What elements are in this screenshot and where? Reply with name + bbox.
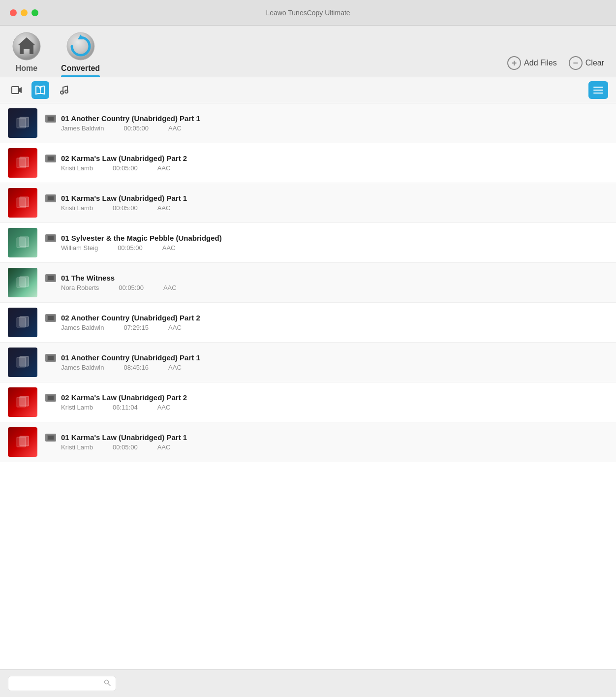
book-icon	[35, 85, 46, 95]
track-item[interactable]: 02 Karma's Law (Unabridged) Part 2 Krist…	[0, 143, 616, 183]
filter-music-button[interactable]	[55, 81, 73, 99]
track-format: AAC	[157, 444, 171, 451]
track-meta: Kristi Lamb 00:05:00 AAC	[45, 444, 608, 451]
clear-button[interactable]: − Clear	[569, 56, 604, 70]
track-info: 02 Karma's Law (Unabridged) Part 2 Krist…	[45, 393, 608, 411]
track-title: 01 Karma's Law (Unabridged) Part 1	[61, 433, 187, 442]
track-meta: Kristi Lamb 06:11:04 AAC	[45, 404, 608, 411]
search-bar	[0, 669, 616, 697]
nav-tabs: Home	[12, 32, 100, 77]
track-duration: 00:05:00	[123, 125, 149, 132]
svg-rect-18	[20, 197, 29, 207]
converted-tab-label: Converted	[61, 64, 100, 73]
svg-rect-10	[20, 117, 29, 127]
track-meta: Kristi Lamb 00:05:00 AAC	[45, 204, 608, 212]
track-thumb-art	[8, 387, 37, 417]
track-meta: James Baldwin 08:45:16 AAC	[45, 364, 608, 371]
svg-point-45	[105, 680, 109, 684]
track-meta: Kristi Lamb 00:05:00 AAC	[45, 164, 608, 172]
clear-icon: −	[569, 56, 583, 70]
add-files-icon: +	[507, 56, 521, 70]
track-thumbnail	[8, 148, 37, 178]
filter-video-button[interactable]	[8, 81, 26, 99]
home-tab-label: Home	[16, 64, 37, 73]
svg-rect-28	[48, 276, 54, 280]
minimize-button[interactable]	[21, 9, 28, 16]
home-tab-icon	[12, 32, 41, 61]
track-title-row: 02 Another Country (Unabridged) Part 2	[45, 314, 608, 322]
track-artist: Kristi Lamb	[61, 204, 93, 212]
filter-book-button[interactable]	[31, 81, 49, 99]
track-item[interactable]: 02 Another Country (Unabridged) Part 2 J…	[0, 303, 616, 343]
track-thumbnail	[8, 108, 37, 138]
track-artist: William Steig	[61, 244, 98, 252]
track-title-row: 01 Karma's Law (Unabridged) Part 1	[45, 194, 608, 202]
track-thumbnail	[8, 268, 37, 297]
track-thumbnail	[8, 188, 37, 218]
svg-rect-32	[48, 316, 54, 320]
track-format: AAC	[162, 244, 176, 252]
track-type-icon	[45, 155, 56, 162]
track-artist: Kristi Lamb	[61, 404, 93, 411]
track-item[interactable]: 01 Another Country (Unabridged) Part 1 J…	[0, 343, 616, 382]
track-title: 01 Sylvester & the Magic Pebble (Unabrid…	[61, 234, 222, 242]
menu-line-2	[593, 90, 603, 91]
track-title: 02 Karma's Law (Unabridged) Part 2	[61, 393, 187, 402]
track-type-icon	[45, 434, 56, 442]
track-item[interactable]: 01 Sylvester & the Magic Pebble (Unabrid…	[0, 223, 616, 263]
track-item[interactable]: 01 Karma's Law (Unabridged) Part 1 Krist…	[0, 422, 616, 462]
filter-icons	[8, 81, 73, 99]
track-title-row: 01 Karma's Law (Unabridged) Part 1	[45, 433, 608, 442]
track-title: 01 Another Country (Unabridged) Part 1	[61, 114, 200, 123]
track-title-row: 01 The Witness	[45, 274, 608, 282]
search-input[interactable]	[13, 680, 104, 687]
tab-home[interactable]: Home	[12, 32, 41, 77]
track-item[interactable]: 02 Karma's Law (Unabridged) Part 2 Krist…	[0, 382, 616, 422]
track-list: 01 Another Country (Unabridged) Part 1 J…	[0, 103, 616, 669]
app-title: Leawo TunesCopy Ultimate	[266, 9, 350, 17]
track-title: 02 Karma's Law (Unabridged) Part 2	[61, 154, 187, 162]
maximize-button[interactable]	[31, 9, 38, 16]
music-note-icon	[59, 85, 69, 95]
tab-converted[interactable]: Converted	[61, 32, 100, 77]
list-view-button[interactable]	[588, 81, 608, 99]
track-duration: 00:05:00	[118, 244, 143, 252]
track-type-icon	[45, 394, 56, 402]
track-artist: Kristi Lamb	[61, 444, 93, 451]
track-type-icon	[45, 274, 56, 282]
window-controls	[10, 9, 38, 16]
menu-line-1	[593, 87, 603, 88]
track-thumb-art	[8, 348, 37, 377]
track-title: 01 Another Country (Unabridged) Part 1	[61, 353, 200, 362]
track-item[interactable]: 01 The Witness Nora Roberts 00:05:00 AAC	[0, 263, 616, 303]
track-thumbnail	[8, 308, 37, 337]
svg-rect-22	[20, 237, 29, 247]
svg-rect-12	[48, 117, 54, 121]
track-item[interactable]: 01 Karma's Law (Unabridged) Part 1 Krist…	[0, 183, 616, 223]
track-thumb-art	[8, 228, 37, 257]
track-item[interactable]: 01 Another Country (Unabridged) Part 1 J…	[0, 103, 616, 143]
track-type-icon	[45, 314, 56, 322]
track-type-icon	[45, 234, 56, 242]
svg-rect-36	[48, 356, 54, 360]
svg-rect-30	[20, 317, 29, 326]
menu-line-3	[593, 93, 603, 94]
svg-line-46	[108, 684, 110, 686]
track-meta: Nora Roberts 00:05:00 AAC	[45, 284, 608, 291]
svg-rect-38	[20, 396, 29, 406]
nav-area: Home	[0, 26, 616, 77]
track-artist: Nora Roberts	[61, 284, 99, 291]
track-duration: 06:11:04	[113, 404, 138, 411]
clear-label: Clear	[585, 59, 604, 67]
track-thumb-art	[8, 108, 37, 138]
svg-rect-42	[20, 436, 29, 446]
close-button[interactable]	[10, 9, 17, 16]
track-title-row: 01 Another Country (Unabridged) Part 1	[45, 114, 608, 123]
track-info: 01 Karma's Law (Unabridged) Part 1 Krist…	[45, 194, 608, 212]
track-type-icon	[45, 115, 56, 123]
title-bar: Leawo TunesCopy Ultimate	[0, 0, 616, 26]
svg-rect-24	[48, 236, 54, 240]
search-icon	[104, 679, 111, 688]
add-files-button[interactable]: + Add Files	[507, 56, 557, 70]
track-title-row: 02 Karma's Law (Unabridged) Part 2	[45, 154, 608, 162]
